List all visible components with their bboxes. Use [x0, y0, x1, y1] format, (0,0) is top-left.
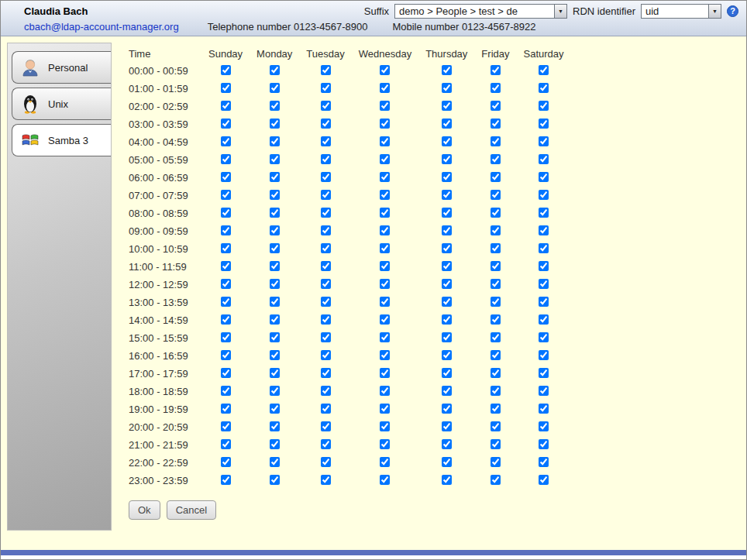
hour-checkbox[interactable] [442, 314, 452, 325]
hour-checkbox[interactable] [321, 208, 331, 218]
hour-checkbox[interactable] [380, 279, 390, 289]
hour-checkbox[interactable] [380, 297, 390, 307]
hour-checkbox[interactable] [321, 225, 331, 235]
hour-checkbox[interactable] [221, 83, 231, 93]
hour-checkbox[interactable] [442, 279, 452, 289]
hour-checkbox[interactable] [321, 190, 331, 200]
hour-checkbox[interactable] [221, 350, 231, 360]
email-link[interactable]: cbach@ldap-account-manager.org [24, 21, 179, 33]
hour-checkbox[interactable] [321, 261, 331, 271]
tab-unix[interactable]: Unix [12, 88, 111, 120]
hour-checkbox[interactable] [270, 154, 280, 164]
hour-checkbox[interactable] [539, 350, 549, 360]
hour-checkbox[interactable] [380, 65, 390, 75]
hour-checkbox[interactable] [491, 475, 501, 485]
hour-checkbox[interactable] [380, 154, 390, 164]
hour-checkbox[interactable] [442, 208, 452, 218]
hour-checkbox[interactable] [491, 314, 501, 325]
hour-checkbox[interactable] [321, 314, 331, 325]
hour-checkbox[interactable] [539, 172, 549, 182]
hour-checkbox[interactable] [321, 404, 331, 414]
hour-checkbox[interactable] [442, 136, 452, 146]
hour-checkbox[interactable] [491, 439, 501, 449]
hour-checkbox[interactable] [321, 457, 331, 467]
hour-checkbox[interactable] [221, 421, 231, 431]
hour-checkbox[interactable] [270, 190, 280, 200]
hour-checkbox[interactable] [539, 475, 549, 485]
hour-checkbox[interactable] [442, 368, 452, 378]
rdn-identifier-dropdown[interactable]: uid ▼ [641, 4, 721, 19]
hour-checkbox[interactable] [321, 119, 331, 129]
hour-checkbox[interactable] [221, 297, 231, 307]
hour-checkbox[interactable] [539, 279, 549, 289]
hour-checkbox[interactable] [270, 225, 280, 235]
hour-checkbox[interactable] [270, 83, 280, 93]
hour-checkbox[interactable] [491, 225, 501, 235]
hour-checkbox[interactable] [491, 65, 501, 75]
hour-checkbox[interactable] [380, 350, 390, 360]
hour-checkbox[interactable] [221, 439, 231, 449]
hour-checkbox[interactable] [539, 314, 549, 325]
hour-checkbox[interactable] [321, 386, 331, 396]
hour-checkbox[interactable] [442, 65, 452, 75]
chevron-down-icon[interactable]: ▼ [554, 5, 566, 18]
hour-checkbox[interactable] [270, 332, 280, 342]
hour-checkbox[interactable] [539, 404, 549, 414]
hour-checkbox[interactable] [539, 439, 549, 449]
hour-checkbox[interactable] [491, 368, 501, 378]
hour-checkbox[interactable] [539, 297, 549, 307]
hour-checkbox[interactable] [270, 279, 280, 289]
hour-checkbox[interactable] [442, 83, 452, 93]
hour-checkbox[interactable] [380, 101, 390, 111]
hour-checkbox[interactable] [321, 83, 331, 93]
hour-checkbox[interactable] [221, 190, 231, 200]
hour-checkbox[interactable] [491, 172, 501, 182]
hour-checkbox[interactable] [221, 279, 231, 289]
hour-checkbox[interactable] [442, 457, 452, 467]
hour-checkbox[interactable] [442, 172, 452, 182]
hour-checkbox[interactable] [442, 261, 452, 271]
hour-checkbox[interactable] [491, 136, 501, 146]
hour-checkbox[interactable] [380, 457, 390, 467]
hour-checkbox[interactable] [221, 243, 231, 253]
hour-checkbox[interactable] [491, 208, 501, 218]
hour-checkbox[interactable] [539, 332, 549, 342]
hour-checkbox[interactable] [321, 350, 331, 360]
hour-checkbox[interactable] [221, 101, 231, 111]
hour-checkbox[interactable] [321, 172, 331, 182]
hour-checkbox[interactable] [270, 297, 280, 307]
hour-checkbox[interactable] [380, 119, 390, 129]
hour-checkbox[interactable] [270, 475, 280, 485]
hour-checkbox[interactable] [380, 475, 390, 485]
hour-checkbox[interactable] [380, 243, 390, 253]
help-icon[interactable]: ? [727, 5, 738, 17]
hour-checkbox[interactable] [539, 243, 549, 253]
hour-checkbox[interactable] [321, 243, 331, 253]
hour-checkbox[interactable] [442, 225, 452, 235]
hour-checkbox[interactable] [321, 421, 331, 431]
cancel-button[interactable]: Cancel [167, 500, 216, 520]
hour-checkbox[interactable] [539, 457, 549, 467]
hour-checkbox[interactable] [270, 386, 280, 396]
hour-checkbox[interactable] [539, 190, 549, 200]
hour-checkbox[interactable] [539, 136, 549, 146]
hour-checkbox[interactable] [221, 314, 231, 325]
hour-checkbox[interactable] [380, 83, 390, 93]
hour-checkbox[interactable] [539, 421, 549, 431]
hour-checkbox[interactable] [442, 404, 452, 414]
hour-checkbox[interactable] [491, 421, 501, 431]
hour-checkbox[interactable] [221, 119, 231, 129]
hour-checkbox[interactable] [221, 172, 231, 182]
hour-checkbox[interactable] [442, 421, 452, 431]
hour-checkbox[interactable] [270, 404, 280, 414]
hour-checkbox[interactable] [491, 404, 501, 414]
hour-checkbox[interactable] [380, 404, 390, 414]
hour-checkbox[interactable] [539, 261, 549, 271]
suffix-dropdown[interactable]: demo > People > test > de ▼ [394, 4, 567, 19]
hour-checkbox[interactable] [491, 457, 501, 467]
hour-checkbox[interactable] [221, 261, 231, 271]
hour-checkbox[interactable] [380, 421, 390, 431]
hour-checkbox[interactable] [221, 208, 231, 218]
hour-checkbox[interactable] [270, 65, 280, 75]
hour-checkbox[interactable] [270, 457, 280, 467]
